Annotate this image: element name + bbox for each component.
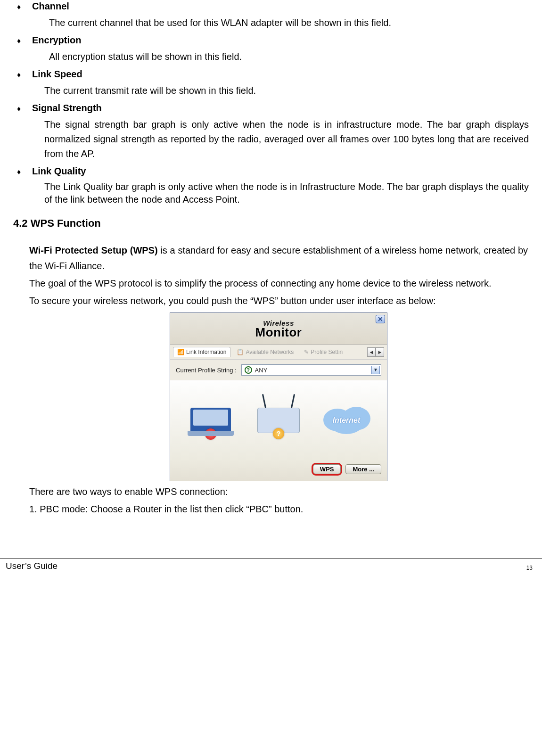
bullet-description: The Link Quality bar graph is only activ… bbox=[44, 181, 529, 206]
wps-paragraph-3: To secure your wireless network, you cou… bbox=[29, 293, 528, 309]
bullet-item: ♦Link Quality bbox=[13, 166, 529, 177]
tab-profile-setting[interactable]: ✎ Profile Settin bbox=[300, 347, 347, 357]
tab-scroll-left[interactable]: ◄ bbox=[367, 347, 376, 357]
close-button[interactable]: ✕ bbox=[376, 315, 385, 323]
bullet-item: ♦Encryption bbox=[13, 35, 529, 46]
tab-label: Available Networks bbox=[246, 349, 294, 355]
status-question-icon: ? bbox=[273, 428, 284, 439]
bullet-description: The current channel that be used for thi… bbox=[49, 16, 529, 30]
section-heading: 4.2 WPS Function bbox=[13, 217, 529, 230]
tab-available-networks[interactable]: 📋 Available Networks bbox=[232, 347, 298, 357]
more-button[interactable]: More ... bbox=[345, 464, 381, 474]
after-text-1: There are two ways to enable WPS connect… bbox=[29, 484, 528, 500]
wps-bold: Wi-Fi Protected Setup (WPS) bbox=[29, 245, 158, 255]
diamond-bullet-icon: ♦ bbox=[13, 71, 32, 79]
wps-paragraph-2: The goal of the WPS protocol is to simpl… bbox=[29, 276, 528, 291]
after-text-2: 1. PBC mode: Choose a Router in the list… bbox=[29, 501, 528, 517]
bullet-item: ♦Signal Strength bbox=[13, 103, 529, 114]
profile-value: ANY bbox=[255, 367, 268, 374]
diamond-bullet-icon: ♦ bbox=[13, 3, 32, 11]
page-footer: User’s Guide 13 bbox=[0, 559, 542, 580]
bullet-description: The current transmit rate will be shown … bbox=[44, 83, 529, 98]
logo-bottom-text: Monitor bbox=[255, 327, 302, 338]
cloud-label: Internet bbox=[333, 416, 361, 425]
diamond-bullet-icon: ♦ bbox=[13, 37, 32, 45]
bullet-item: ♦Link Speed bbox=[13, 69, 529, 80]
bullet-heading: Signal Strength bbox=[32, 103, 102, 114]
wps-button[interactable]: WPS bbox=[313, 464, 341, 474]
footer-left: User’s Guide bbox=[6, 561, 57, 571]
profile-select[interactable]: ? ANY ▼ bbox=[241, 364, 381, 376]
page-number: 13 bbox=[526, 565, 533, 571]
laptop-device-icon: ✕ bbox=[185, 399, 237, 442]
bullet-heading: Encryption bbox=[32, 35, 81, 46]
question-icon: ? bbox=[245, 366, 252, 374]
profile-icon: ✎ bbox=[304, 349, 309, 355]
button-row: WPS More ... bbox=[170, 460, 387, 481]
tab-bar: 📶 Link Information 📋 Available Networks … bbox=[170, 345, 387, 360]
diamond-bullet-icon: ♦ bbox=[13, 168, 32, 176]
monitor-logo: Wireless Monitor bbox=[255, 319, 302, 338]
status-x-icon: ✕ bbox=[205, 428, 216, 440]
tab-link-information[interactable]: 📶 Link Information bbox=[173, 347, 230, 357]
bullet-description: The signal strength bar graph is only ac… bbox=[44, 117, 529, 161]
bullet-item: ♦Channel bbox=[13, 1, 529, 12]
tab-label: Link Information bbox=[186, 349, 226, 355]
profile-label: Current Profile String : bbox=[176, 367, 237, 374]
router-device-icon: ? bbox=[253, 399, 304, 442]
tab-label: Profile Settin bbox=[311, 349, 343, 355]
link-info-icon: 📶 bbox=[177, 349, 184, 355]
networks-icon: 📋 bbox=[237, 349, 244, 355]
bullet-heading: Link Quality bbox=[32, 166, 86, 177]
dropdown-arrow-icon[interactable]: ▼ bbox=[371, 366, 380, 374]
bullet-description: All encryption status will be shown in t… bbox=[49, 49, 529, 64]
wireless-monitor-window: Wireless Monitor ✕ 📶 Link Information 📋 … bbox=[170, 312, 387, 481]
bullet-heading: Channel bbox=[32, 1, 69, 12]
wps-paragraph-1: Wi-Fi Protected Setup (WPS) is a standar… bbox=[29, 243, 528, 274]
tab-scroll-right[interactable]: ► bbox=[376, 347, 384, 357]
diamond-bullet-icon: ♦ bbox=[13, 105, 32, 113]
connection-diagram: ✕ ? Internet bbox=[170, 380, 387, 460]
internet-cloud-icon: Internet bbox=[320, 404, 372, 437]
profile-row: Current Profile String : ? ANY ▼ bbox=[170, 360, 387, 380]
window-titlebar: Wireless Monitor ✕ bbox=[170, 313, 387, 345]
bullet-heading: Link Speed bbox=[32, 69, 82, 80]
